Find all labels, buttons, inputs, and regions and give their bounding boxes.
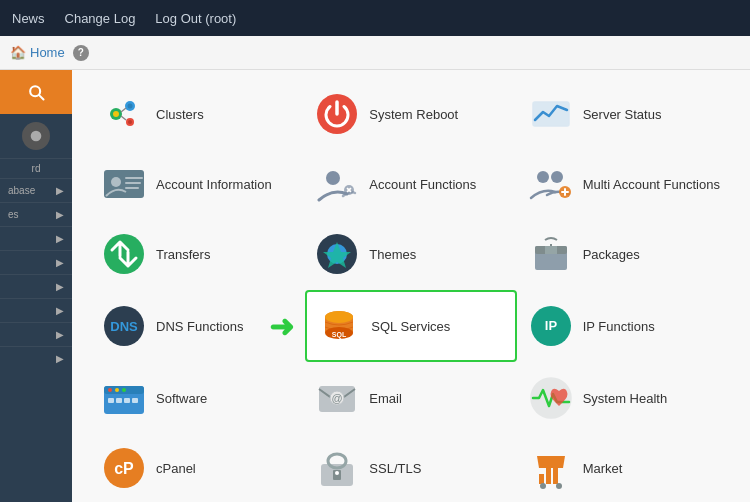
grid-item-email[interactable]: @ Email: [305, 364, 516, 432]
breadcrumb: 🏠 Home ?: [10, 45, 89, 61]
grid-item-account-functions[interactable]: Account Functions: [305, 150, 516, 218]
ip-icon: IP: [529, 304, 573, 348]
themes-label: Themes: [369, 247, 416, 262]
nav-news[interactable]: News: [12, 11, 45, 26]
sidebar-item-3[interactable]: ▶: [0, 274, 72, 298]
clusters-label: Clusters: [156, 107, 204, 122]
search-icon: [26, 82, 46, 102]
market-icon: [529, 446, 573, 490]
svg-rect-47: [132, 398, 138, 403]
svg-text:@: @: [332, 392, 343, 404]
svg-line-7: [121, 108, 126, 112]
software-label: Software: [156, 391, 207, 406]
email-icon: @: [315, 376, 359, 420]
account-info-label: Account Information: [156, 177, 272, 192]
svg-rect-58: [539, 474, 544, 484]
arrow-pointer: ➜: [269, 309, 294, 344]
ssl-label: SSL/TLS: [369, 461, 421, 476]
sql-label: SQL Services: [371, 319, 450, 334]
items-grid: Clusters System Reboot: [92, 80, 730, 502]
grid-item-system-reboot[interactable]: System Reboot: [305, 80, 516, 148]
svg-point-4: [128, 104, 133, 109]
svg-point-12: [111, 177, 121, 187]
transfers-label: Transfers: [156, 247, 210, 262]
dns-icon: DNS: [102, 304, 146, 348]
grid-item-clusters[interactable]: Clusters: [92, 80, 303, 148]
market-label: Market: [583, 461, 623, 476]
svg-point-57: [335, 471, 339, 475]
arrow-icon: ▶: [56, 305, 64, 316]
multi-account-icon: [529, 162, 573, 206]
grid-item-sql[interactable]: ➜ SQL SQL Services: [305, 290, 516, 362]
grid-item-ssl[interactable]: SSL/TLS: [305, 434, 516, 502]
grid-item-software[interactable]: Software: [92, 364, 303, 432]
sidebar-item-es[interactable]: es ▶: [0, 202, 72, 226]
svg-point-41: [108, 388, 112, 392]
system-reboot-icon: [315, 92, 359, 136]
system-health-icon: [529, 376, 573, 420]
account-functions-label: Account Functions: [369, 177, 476, 192]
arrow-icon: ▶: [56, 281, 64, 292]
grid-item-multi-account[interactable]: Multi Account Functions: [519, 150, 730, 218]
arrow-icon: ▶: [56, 185, 64, 196]
dns-label: DNS Functions: [156, 319, 243, 334]
sidebar: rd abase ▶ es ▶ ▶ ▶ ▶ ▶ ▶: [0, 70, 72, 502]
grid-item-ip[interactable]: IP IP Functions: [519, 290, 730, 362]
svg-point-22: [104, 234, 144, 274]
help-icon[interactable]: ?: [73, 45, 89, 61]
arrow-icon: ▶: [56, 329, 64, 340]
packages-icon: [529, 232, 573, 276]
grid-item-market[interactable]: Market: [519, 434, 730, 502]
svg-point-19: [537, 171, 549, 183]
server-status-icon: [529, 92, 573, 136]
home-icon: 🏠: [10, 45, 26, 60]
svg-point-20: [551, 171, 563, 183]
svg-point-61: [540, 483, 546, 489]
nav-changelog[interactable]: Change Log: [65, 11, 136, 26]
svg-rect-59: [546, 468, 551, 484]
grid-item-server-status[interactable]: Server Status: [519, 80, 730, 148]
svg-rect-45: [116, 398, 122, 403]
clusters-icon: [102, 92, 146, 136]
email-label: Email: [369, 391, 402, 406]
sql-icon: SQL: [317, 304, 361, 348]
svg-point-35: [325, 311, 353, 323]
account-functions-icon: [315, 162, 359, 206]
grid-item-packages[interactable]: Packages: [519, 220, 730, 288]
sidebar-item-1[interactable]: ▶: [0, 226, 72, 250]
software-icon: [102, 376, 146, 420]
home-link[interactable]: Home: [30, 45, 65, 60]
grid-item-cpanel[interactable]: cP cPanel: [92, 434, 303, 502]
sidebar-item-5[interactable]: ▶: [0, 322, 72, 346]
system-health-label: System Health: [583, 391, 668, 406]
arrow-icon: ▶: [56, 257, 64, 268]
svg-point-42: [115, 388, 119, 392]
arrow-icon: ▶: [56, 353, 64, 364]
arrow-icon: ▶: [56, 209, 64, 220]
packages-label: Packages: [583, 247, 640, 262]
grid-item-transfers[interactable]: Transfers: [92, 220, 303, 288]
account-info-icon: [102, 162, 146, 206]
grid-item-themes[interactable]: Themes: [305, 220, 516, 288]
nav-logout[interactable]: Log Out (root): [155, 11, 236, 26]
svg-rect-44: [108, 398, 114, 403]
top-nav: News Change Log Log Out (root): [0, 0, 750, 36]
sidebar-search-button[interactable]: [0, 70, 72, 114]
multi-account-label: Multi Account Functions: [583, 177, 720, 192]
sidebar-item-4[interactable]: ▶: [0, 298, 72, 322]
cpanel-label: cPanel: [156, 461, 196, 476]
arrow-icon: ▶: [56, 233, 64, 244]
sidebar-item-2[interactable]: ▶: [0, 250, 72, 274]
second-bar: 🏠 Home ?: [0, 36, 750, 70]
svg-point-6: [128, 120, 132, 124]
sidebar-circle: [22, 122, 50, 150]
grid-item-system-health[interactable]: System Health: [519, 364, 730, 432]
grid-item-account-info[interactable]: Account Information: [92, 150, 303, 218]
svg-point-0: [31, 131, 42, 142]
svg-point-62: [556, 483, 562, 489]
sidebar-item-abase[interactable]: abase ▶: [0, 178, 72, 202]
svg-text:SQL: SQL: [332, 331, 347, 339]
sidebar-item-6[interactable]: ▶: [0, 346, 72, 370]
themes-icon: [315, 232, 359, 276]
ssl-icon: [315, 446, 359, 490]
